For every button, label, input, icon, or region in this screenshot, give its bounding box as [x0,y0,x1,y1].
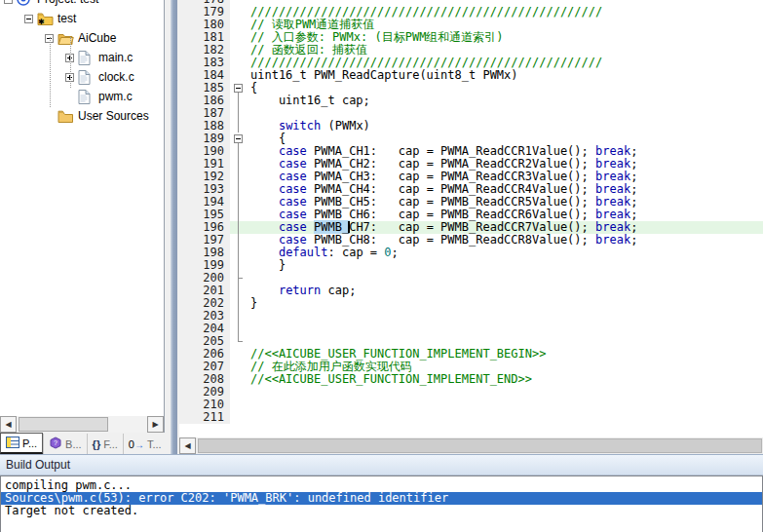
code-text: uint16_t PWM_ReadCapture(uint8_t PWMx) [247,69,763,82]
code-editor[interactable]: 178179//////////////////////////////////… [179,0,763,437]
tree-item-project-test[interactable]: Project: test [0,0,164,9]
code-text: } [247,297,763,310]
code-line[interactable]: 204 [179,323,763,335]
fold-margin [230,234,247,247]
editor-scrollbar-thumb[interactable] [198,438,762,453]
fold-margin [230,183,247,196]
tree-item-label: Project: test [37,0,98,6]
tab-label: B... [65,438,82,450]
target-folder-icon: ✱ [37,11,54,26]
functions-tab-icon: {} [93,438,101,450]
fold-margin [230,259,247,272]
file-c-icon [78,69,95,85]
tab-functions[interactable]: {}F... [87,434,123,454]
code-line[interactable]: 211 [179,411,763,424]
ide-window: Project: test✱testAiCubemain.cclock.cpwm… [0,0,763,532]
svg-text:✱: ✱ [38,18,45,25]
collapse-icon[interactable] [24,15,33,23]
scroll-right-icon[interactable]: ▶ [147,416,164,433]
code-text [247,411,763,424]
project-tree: Project: test✱testAiCubemain.cclock.cpwm… [0,0,164,126]
tab-books[interactable]: ?B... [43,434,87,454]
line-number: 211 [179,411,230,424]
code-lines: 178179//////////////////////////////////… [179,0,763,424]
tree-item-label: clock.c [98,70,134,84]
fold-margin [230,120,247,133]
project-tree-panel[interactable]: Project: test✱testAiCubemain.cclock.cpwm… [0,0,165,416]
fold-margin [230,31,247,44]
fold-margin [230,6,247,19]
fold-margin [230,209,247,221]
panel-splitter[interactable] [166,0,179,454]
tree-item-user-sources[interactable]: User Sources [0,106,164,126]
scroll-left-icon[interactable]: ◀ [179,437,196,454]
file-c-icon [78,50,95,65]
tree-item-aicube[interactable]: AiCube [0,28,164,48]
fold-collapse-icon[interactable] [230,82,247,95]
project-tab-icon [6,437,19,450]
code-text: switch (PWMx) [247,120,763,133]
code-text [247,386,763,399]
fold-margin [230,297,247,310]
code-line[interactable]: 203 [179,310,763,323]
code-text [247,310,763,323]
books-tab-icon: ? [49,437,62,451]
code-text: uint16_t cap; [247,95,763,107]
tree-item-clock-c[interactable]: clock.c [0,67,164,87]
tree-item-label: pwm.c [98,90,133,103]
fold-margin [230,107,247,120]
fold-margin [230,95,247,107]
fold-margin [230,323,247,335]
tree-scrollbar-thumb[interactable] [19,417,108,432]
workspace-tab-bar: P...?B...{}F...0→T... [0,433,179,454]
tab-label: P... [22,437,37,449]
code-line[interactable]: 201 return cap; [179,285,763,297]
fold-margin [230,171,247,183]
fold-margin [230,44,247,57]
fold-margin [230,285,247,297]
file-c-icon [78,89,95,104]
tree-horizontal-scrollbar[interactable]: ◀ ▶ [0,416,165,433]
code-line[interactable]: 209 [179,386,763,399]
scroll-left-icon[interactable]: ◀ [0,416,17,433]
folder-open-icon [57,30,74,46]
tab-label: T... [147,438,162,450]
fold-margin [230,386,247,399]
editor-horizontal-scrollbar[interactable]: ◀ [179,437,763,454]
code-line[interactable]: 186 uint16_t cap; [179,95,763,107]
fold-margin [230,272,247,285]
fold-margin [230,335,247,348]
fold-margin [230,69,247,82]
templates-tab-icon: 0→ [129,438,144,450]
code-line[interactable]: 202} [179,297,763,310]
code-text: default: cap = 0; [247,247,763,259]
tab-templates[interactable]: 0→T... [123,434,167,454]
fold-margin [230,158,247,171]
fold-margin [230,348,247,361]
target-icon [17,0,33,7]
fold-collapse-icon[interactable] [230,133,247,145]
tree-item-label: test [57,12,76,25]
code-line[interactable]: 208//<<AICUBE_USER_FUNCTION_IMPLEMENT_EN… [179,373,763,386]
code-text [247,399,763,411]
fold-margin [230,310,247,323]
collapse-icon[interactable] [4,0,13,4]
tree-item-main-c[interactable]: main.c [0,48,164,67]
tab-project[interactable]: P... [0,433,43,454]
fold-margin [230,399,247,411]
code-text: return cap; [247,285,763,297]
build-output-panel: Build Output compiling pwm.c...Sources\p… [0,454,763,532]
code-line[interactable]: 199 } [179,259,763,272]
fold-margin [230,196,247,209]
code-line[interactable]: 210 [179,399,763,411]
build-log-line[interactable]: Target not created. [1,505,762,517]
tree-item-test[interactable]: ✱test [0,9,164,28]
folder-closed-icon [57,108,74,124]
fold-margin [230,247,247,259]
fold-margin [230,19,247,31]
build-output-log[interactable]: compiling pwm.c...Sources\pwm.c(53): err… [0,475,763,532]
tree-item-pwm-c[interactable]: pwm.c [0,87,164,106]
build-output-title: Build Output [0,454,763,475]
fold-margin [230,221,247,234]
code-line[interactable]: 184uint16_t PWM_ReadCapture(uint8_t PWMx… [179,69,763,82]
